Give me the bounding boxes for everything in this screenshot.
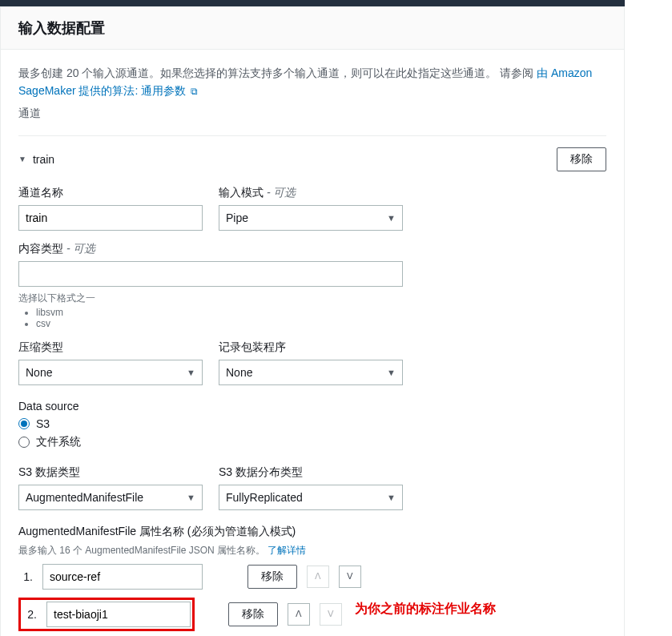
chevron-up-icon: ᐱ — [296, 609, 302, 619]
chevron-up-icon: ᐱ — [315, 571, 321, 582]
data-source-s3-label: S3 — [36, 417, 50, 430]
channel-toggle[interactable]: ▼ train — [18, 153, 54, 166]
remove-attr-button[interactable]: 移除 — [228, 602, 278, 626]
content-type-hint: 选择以下格式之一 libsvm csv — [18, 292, 403, 329]
s3-dist-type-label: S3 数据分布类型 — [219, 465, 403, 480]
annotation-box: 2. — [18, 598, 195, 631]
input-data-config-panel: 输入数据配置 最多创建 20 个输入源通道。如果您选择的算法支持多个输入通道，则… — [0, 6, 625, 636]
attr-input[interactable] — [46, 602, 191, 627]
content-type-input[interactable] — [18, 261, 403, 287]
input-mode-select[interactable]: Pipe ▼ — [219, 205, 403, 231]
caret-down-icon: ▼ — [387, 368, 396, 377]
s3-data-type-label: S3 数据类型 — [18, 465, 203, 480]
data-source-s3[interactable]: S3 — [18, 417, 403, 430]
data-source-label: Data source — [18, 400, 403, 413]
chevron-down-icon: ᐯ — [347, 571, 353, 582]
annotation-text: 为你之前的标注作业名称 — [355, 601, 496, 618]
channel-name-title: train — [33, 153, 54, 166]
channel-section: ▼ train 移除 通道名称 输入模式 - 可选 Pipe — [18, 135, 606, 636]
attribute-names-block: AugmentedManifestFile 属性名称 (必须为管道输入模式) 最… — [18, 525, 606, 636]
s3-data-type-field: S3 数据类型 AugmentedManifestFile ▼ — [18, 465, 203, 510]
data-source-fs-label: 文件系统 — [36, 435, 81, 449]
compression-value: None — [26, 366, 52, 379]
channel-name-input[interactable] — [18, 205, 203, 231]
panel-body: 最多创建 20 个输入源通道。如果您选择的算法支持多个输入通道，则可以在此处指定… — [1, 50, 624, 636]
radio-icon — [18, 418, 30, 429]
move-up-button: ᐱ — [307, 566, 329, 588]
s3-dist-type-select[interactable]: FullyReplicated ▼ — [219, 485, 403, 510]
s3-data-type-value: AugmentedManifestFile — [26, 491, 143, 504]
content-type-field: 内容类型 - 可选 选择以下格式之一 libsvm csv — [18, 242, 403, 329]
caret-down-icon: ▼ — [18, 155, 26, 163]
content-type-label: 内容类型 - 可选 — [18, 242, 403, 256]
top-nav-bar — [0, 0, 625, 6]
s3-dist-type-value: FullyReplicated — [226, 491, 303, 504]
s3-dist-type-field: S3 数据分布类型 FullyReplicated ▼ — [219, 465, 403, 510]
s3-data-type-select[interactable]: AugmentedManifestFile ▼ — [18, 485, 203, 510]
move-up-button[interactable]: ᐱ — [288, 603, 310, 626]
attr-index: 1. — [18, 570, 33, 583]
external-link-icon: ⧉ — [191, 86, 198, 97]
data-source-fs[interactable]: 文件系统 — [18, 435, 403, 449]
caret-down-icon: ▼ — [387, 213, 396, 223]
intro-text-body: 最多创建 20 个输入源通道。如果您选择的算法支持多个输入通道，则可以在此处指定… — [18, 66, 533, 79]
input-mode-value: Pipe — [226, 211, 248, 224]
compression-label: 压缩类型 — [18, 340, 203, 355]
caret-down-icon: ▼ — [387, 493, 396, 502]
record-wrap-label: 记录包装程序 — [219, 340, 403, 355]
panel-title: 输入数据配置 — [18, 18, 606, 38]
chevron-down-icon: ᐯ — [328, 609, 334, 619]
attr-list: 1. 移除 ᐱ ᐯ 2. — [18, 564, 606, 636]
format-option: csv — [36, 318, 403, 329]
attr-hint: 最多输入 16 个 AugmentedManifestFile JSON 属性名… — [18, 544, 606, 558]
compression-field: 压缩类型 None ▼ — [18, 340, 203, 385]
record-wrap-value: None — [226, 366, 252, 379]
channels-subhead: 通道 — [18, 107, 606, 121]
input-mode-label: 输入模式 - 可选 — [219, 186, 403, 200]
intro-text: 最多创建 20 个输入源通道。如果您选择的算法支持多个输入通道，则可以在此处指定… — [18, 64, 606, 100]
attr-title: AugmentedManifestFile 属性名称 (必须为管道输入模式) — [18, 525, 606, 539]
input-mode-field: 输入模式 - 可选 Pipe ▼ — [219, 186, 403, 231]
remove-attr-button[interactable]: 移除 — [247, 565, 297, 589]
record-wrap-field: 记录包装程序 None ▼ — [219, 340, 403, 385]
move-down-button: ᐯ — [320, 603, 342, 626]
attr-input[interactable] — [42, 564, 203, 590]
channel-name-label: 通道名称 — [18, 186, 203, 200]
data-source-field: Data source S3 文件系统 — [18, 400, 403, 454]
attr-row: 1. 移除 ᐱ ᐯ — [18, 564, 606, 590]
move-down-button[interactable]: ᐯ — [339, 566, 361, 588]
channel-name-field: 通道名称 — [18, 186, 203, 231]
remove-channel-button[interactable]: 移除 — [557, 147, 606, 171]
attr-index: 2. — [22, 608, 37, 621]
radio-icon — [18, 437, 30, 448]
learn-more-link[interactable]: 了解详情 — [268, 545, 306, 556]
channel-form: 通道名称 输入模式 - 可选 Pipe ▼ 内容类型 — [18, 186, 606, 510]
compression-select[interactable]: None ▼ — [18, 360, 203, 385]
panel-header: 输入数据配置 — [1, 7, 624, 50]
attr-row: 2. 移除 ᐱ ᐯ 为你之前的标注作业名称 — [18, 598, 606, 631]
caret-down-icon: ▼ — [187, 368, 195, 377]
format-option: libsvm — [36, 307, 403, 318]
caret-down-icon: ▼ — [187, 493, 195, 502]
record-wrap-select[interactable]: None ▼ — [219, 360, 403, 385]
